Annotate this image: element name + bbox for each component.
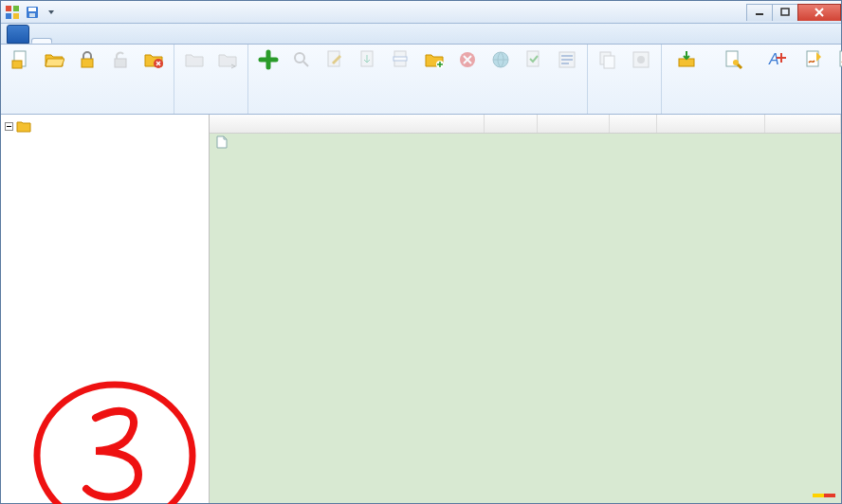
group-label-extra (592, 111, 657, 114)
open-mpq-button[interactable] (38, 46, 70, 75)
globe-icon (489, 48, 512, 71)
svg-rect-25 (561, 55, 573, 57)
search-icon (290, 48, 313, 71)
group-label-extra2 (666, 111, 842, 114)
ribbon-group-extra2: A (662, 45, 842, 114)
content-pane (1, 115, 841, 503)
col-attr[interactable] (765, 115, 841, 133)
svg-rect-19 (394, 57, 407, 61)
new-mpq-button[interactable] (5, 46, 37, 75)
max-icon (675, 48, 698, 71)
quick-access-toolbar (24, 4, 60, 21)
properties-icon (556, 48, 578, 71)
svg-rect-5 (28, 8, 36, 11)
col-size[interactable] (610, 115, 657, 133)
tree-root-node[interactable] (5, 118, 205, 134)
open-with-button (211, 46, 244, 75)
tab-view[interactable] (54, 40, 73, 44)
open-folder-icon (43, 48, 65, 71)
tab-tools[interactable] (75, 40, 94, 44)
window-controls (747, 4, 841, 21)
maximize-button[interactable] (772, 4, 798, 21)
config-attributes-button[interactable] (708, 46, 758, 75)
minimize-button[interactable] (746, 4, 773, 21)
new-folder-button[interactable] (418, 46, 450, 75)
group-label-file (252, 111, 583, 114)
folder-arrow-icon (216, 48, 239, 71)
cell-name (210, 135, 485, 150)
unlock-mpq-button (104, 46, 137, 75)
sign-icon (802, 48, 825, 71)
qat-dropdown[interactable] (43, 4, 60, 21)
twisty-icon (5, 122, 13, 131)
addcol-icon: A (766, 48, 789, 71)
svg-rect-3 (13, 13, 19, 19)
lock-icon (76, 48, 99, 71)
col-name[interactable] (210, 115, 485, 133)
search-file-button (285, 46, 318, 75)
copy-name-button (592, 46, 624, 75)
list-row[interactable] (210, 134, 841, 151)
ribbon-tab-bar (1, 24, 841, 45)
col-type[interactable] (485, 115, 538, 133)
folder-icon (183, 48, 206, 71)
verify-icon (522, 48, 545, 71)
svg-rect-27 (561, 63, 569, 64)
lock-mpq-button[interactable] (71, 46, 103, 75)
rename-icon (390, 48, 412, 71)
svg-point-34 (733, 60, 739, 65)
ribbon-group-mpq (1, 45, 174, 114)
svg-rect-10 (12, 61, 22, 68)
add-column-button[interactable]: A (759, 46, 796, 75)
group-label-open (178, 111, 244, 114)
extract-icon (357, 48, 379, 71)
close-button[interactable] (797, 4, 841, 21)
svg-rect-29 (604, 56, 614, 68)
ribbon-group-extra (588, 45, 662, 114)
file-icon (215, 135, 229, 149)
svg-text:A: A (768, 51, 779, 67)
new-folder-icon (423, 48, 446, 71)
ribbon: A (1, 45, 841, 115)
svg-rect-11 (82, 59, 93, 67)
tab-ops[interactable] (31, 38, 52, 44)
svg-rect-1 (13, 6, 19, 11)
unlock-icon (109, 48, 132, 71)
file-list-pane (210, 115, 841, 503)
qat-save-button[interactable] (24, 4, 41, 21)
properties-button (551, 46, 583, 75)
list-body[interactable] (210, 134, 841, 503)
verify-file-button (518, 46, 550, 75)
tab-help[interactable] (96, 40, 115, 44)
close-file-button[interactable] (137, 46, 170, 75)
verify-sign-icon (835, 48, 842, 71)
tree-view[interactable] (1, 115, 210, 503)
svg-line-15 (303, 62, 308, 66)
watermark-left (813, 494, 824, 497)
watermark-right (824, 494, 835, 497)
group-label-mpq (5, 111, 170, 114)
set-max-files-button[interactable] (666, 46, 707, 75)
rename-button (385, 46, 417, 75)
col-date[interactable] (657, 115, 765, 133)
col-locale[interactable] (538, 115, 610, 133)
attributes-button (625, 46, 657, 75)
sign-button[interactable] (797, 46, 830, 75)
extract-button (352, 46, 384, 75)
svg-rect-6 (29, 13, 35, 17)
file-menu-button[interactable] (7, 25, 29, 44)
ribbon-group-open (174, 45, 248, 114)
wrench-icon (630, 48, 652, 71)
svg-rect-0 (6, 6, 11, 11)
svg-point-14 (295, 53, 304, 63)
svg-rect-2 (6, 13, 11, 19)
open-file-button (178, 46, 210, 75)
delete-icon (456, 48, 479, 71)
annotation-scribble (20, 361, 210, 504)
add-file-button[interactable] (252, 46, 284, 75)
folder-icon (16, 118, 31, 134)
close-file-icon (142, 48, 165, 71)
verify-sign-button[interactable] (831, 46, 842, 75)
svg-point-31 (637, 56, 645, 63)
list-header (210, 115, 841, 134)
